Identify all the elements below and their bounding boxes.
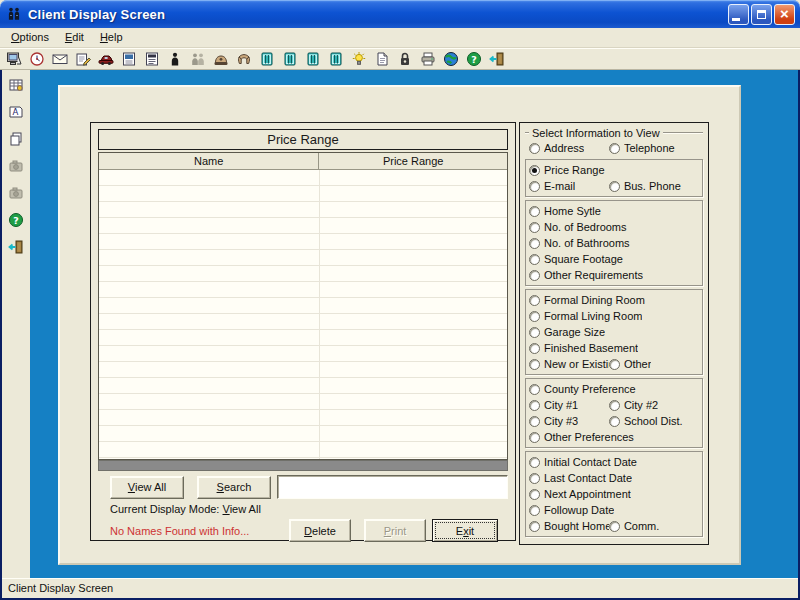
lock-icon[interactable]: [395, 50, 415, 69]
column-header-name[interactable]: Name: [99, 153, 319, 169]
table-row[interactable]: [99, 202, 507, 218]
radio-home-sytle[interactable]: [529, 206, 540, 217]
cabinet-icon[interactable]: [257, 50, 277, 69]
radio-label-comm[interactable]: Comm.: [624, 520, 659, 532]
radio-label-formal-dining-room[interactable]: Formal Dining Room: [544, 294, 645, 306]
print-button[interactable]: Print: [364, 519, 426, 542]
camera-disabled-icon[interactable]: [6, 183, 26, 203]
notes-icon[interactable]: [73, 50, 93, 69]
radio-label-city-3[interactable]: City #3: [544, 415, 578, 427]
radio-label-garage-size[interactable]: Garage Size: [544, 326, 605, 338]
maximize-button[interactable]: [751, 4, 772, 25]
lightbulb-icon[interactable]: [349, 50, 369, 69]
radio-label-initial-contact-date[interactable]: Initial Contact Date: [544, 456, 637, 468]
radio-label-address[interactable]: Address: [544, 142, 584, 154]
radio-comm[interactable]: [609, 521, 620, 532]
exit-button[interactable]: Exit: [432, 519, 498, 542]
table-row[interactable]: [99, 234, 507, 250]
radio-label-home-sytle[interactable]: Home Sytle: [544, 205, 601, 217]
printer-icon[interactable]: [418, 50, 438, 69]
radio-label-no-of-bedrooms[interactable]: No. of Bedrooms: [544, 221, 627, 233]
radio-followup-date[interactable]: [529, 505, 540, 516]
cabinet-icon[interactable]: [280, 50, 300, 69]
radio-no-of-bathrooms[interactable]: [529, 238, 540, 249]
copy-icon[interactable]: [6, 129, 26, 149]
table-row[interactable]: [99, 378, 507, 394]
view-all-button[interactable]: View All: [110, 476, 184, 499]
radio-label-other[interactable]: Other: [624, 358, 652, 370]
radio-formal-living-room[interactable]: [529, 311, 540, 322]
search-input[interactable]: [277, 475, 508, 499]
people-icon[interactable]: [188, 50, 208, 69]
radio-label-new-or-existing[interactable]: New or Existing: [544, 358, 609, 370]
radio-other-preferences[interactable]: [529, 432, 540, 443]
close-button[interactable]: ×: [774, 4, 795, 25]
radio-address[interactable]: [529, 143, 540, 154]
table-row[interactable]: [99, 394, 507, 410]
radio-no-of-bedrooms[interactable]: [529, 222, 540, 233]
menu-help[interactable]: Help: [92, 29, 131, 46]
radio-county-preference[interactable]: [529, 384, 540, 395]
table-row[interactable]: [99, 314, 507, 330]
column-header-price-range[interactable]: Price Range: [319, 153, 507, 169]
radio-label-last-contact-date[interactable]: Last Contact Date: [544, 472, 632, 484]
cabinet-icon[interactable]: [303, 50, 323, 69]
search-button[interactable]: Search: [197, 476, 271, 499]
radio-label-formal-living-room[interactable]: Formal Living Room: [544, 310, 642, 322]
minimize-button[interactable]: [728, 4, 749, 25]
mail-icon[interactable]: [50, 50, 70, 69]
table-row[interactable]: [99, 170, 507, 186]
radio-bought-home[interactable]: [529, 521, 540, 532]
radio-garage-size[interactable]: [529, 327, 540, 338]
table-row[interactable]: [99, 362, 507, 378]
exit-icon[interactable]: [487, 50, 507, 69]
radio-price-range[interactable]: [529, 165, 540, 176]
menu-edit[interactable]: Edit: [57, 29, 92, 46]
table-row[interactable]: [99, 266, 507, 282]
radio-city-3[interactable]: [529, 416, 540, 427]
table-row[interactable]: [99, 330, 507, 346]
person-icon[interactable]: [165, 50, 185, 69]
table-row[interactable]: [99, 298, 507, 314]
clock-icon[interactable]: [27, 50, 47, 69]
radio-label-other-requirements[interactable]: Other Requirements: [544, 269, 643, 281]
radio-formal-dining-room[interactable]: [529, 295, 540, 306]
radio-label-no-of-bathrooms[interactable]: No. of Bathrooms: [544, 237, 630, 249]
radio-city-2[interactable]: [609, 400, 620, 411]
radio-label-followup-date[interactable]: Followup Date: [544, 504, 614, 516]
radio-finished-basement[interactable]: [529, 343, 540, 354]
exit-icon[interactable]: [6, 237, 26, 257]
camera-disabled-icon[interactable]: [6, 156, 26, 176]
table-row[interactable]: [99, 282, 507, 298]
radio-e-mail[interactable]: [529, 181, 540, 192]
radio-label-county-preference[interactable]: County Preference: [544, 383, 636, 395]
computer-icon[interactable]: [4, 50, 24, 69]
radio-other[interactable]: [609, 359, 620, 370]
table-row[interactable]: [99, 442, 507, 458]
radio-next-appointment[interactable]: [529, 489, 540, 500]
table-row[interactable]: [99, 346, 507, 362]
radio-label-bought-home[interactable]: Bought Home: [544, 520, 609, 532]
radio-label-other-preferences[interactable]: Other Preferences: [544, 431, 634, 443]
page-flip-icon[interactable]: [372, 50, 392, 69]
radio-square-footage[interactable]: [529, 254, 540, 265]
radio-new-or-existing[interactable]: [529, 359, 540, 370]
horizontal-scrollbar[interactable]: [98, 460, 508, 471]
radio-label-city-1[interactable]: City #1: [544, 399, 578, 411]
radio-bus-phone[interactable]: [609, 181, 620, 192]
radio-initial-contact-date[interactable]: [529, 457, 540, 468]
radio-label-bus-phone[interactable]: Bus. Phone: [624, 180, 681, 192]
font-icon[interactable]: A: [6, 102, 26, 122]
table-row[interactable]: [99, 250, 507, 266]
report-chart-icon[interactable]: [142, 50, 162, 69]
radio-other-requirements[interactable]: [529, 270, 540, 281]
table-row[interactable]: [99, 186, 507, 202]
table-row[interactable]: [99, 410, 507, 426]
help-icon[interactable]: ?: [6, 210, 26, 230]
radio-last-contact-date[interactable]: [529, 473, 540, 484]
globe-icon[interactable]: [441, 50, 461, 69]
radio-telephone[interactable]: [609, 143, 620, 154]
phone-icon[interactable]: [234, 50, 254, 69]
radio-label-next-appointment[interactable]: Next Appointment: [544, 488, 631, 500]
table-row[interactable]: [99, 218, 507, 234]
